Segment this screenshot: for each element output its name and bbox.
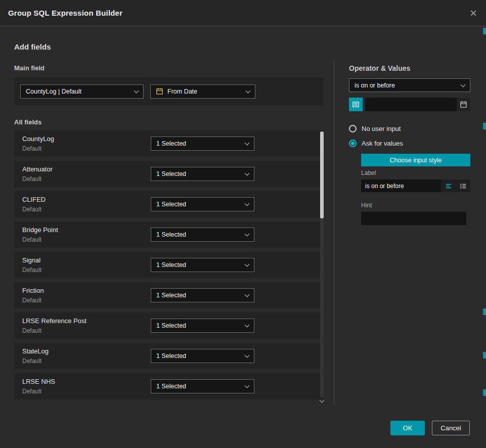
date-input-mode-button[interactable] [349, 98, 363, 111]
calendar-icon [460, 101, 467, 108]
cancel-button[interactable]: Cancel [432, 421, 470, 435]
chevron-down-icon [245, 201, 250, 206]
list-style-button[interactable] [456, 180, 470, 192]
chevron-down-icon [245, 383, 250, 388]
field-selection-value: 1 Selected [156, 352, 186, 360]
radio-no-user-input-label: No user input [362, 125, 401, 132]
dialog-titlebar: Group SQL Expression Builder × [0, 0, 486, 26]
label-input[interactable] [361, 180, 441, 192]
dialog-title: Group SQL Expression Builder [8, 9, 122, 17]
field-sublabel: Default [22, 327, 41, 334]
right-edge-artifact [483, 28, 486, 34]
main-field-label: Main field [14, 64, 45, 72]
field-name: Bridge Point [22, 226, 58, 234]
right-edge-artifact [483, 308, 486, 315]
ok-button[interactable]: OK [390, 421, 425, 435]
field-selection-value: 1 Selected [156, 231, 186, 238]
field-sublabel: Default [22, 206, 41, 213]
chevron-down-icon [245, 323, 250, 328]
date-picker-button[interactable] [457, 98, 470, 111]
choose-input-style-button[interactable]: Choose input style [361, 154, 470, 166]
close-icon[interactable]: × [470, 7, 477, 19]
field-sublabel: Default [22, 175, 41, 183]
all-fields-label: All fields [14, 118, 41, 126]
radio-no-user-input[interactable]: No user input [349, 124, 401, 133]
date-value-row [349, 98, 470, 111]
field-name: CountyLog [22, 135, 54, 143]
field-row: LRSE NHS Default 1 Selected [14, 373, 324, 399]
chevron-down-icon [245, 262, 250, 267]
field-name: Friction [22, 287, 44, 294]
scrollbar[interactable] [320, 131, 324, 397]
field-row: Friction Default 1 Selected [14, 282, 324, 308]
chevron-down-icon [245, 353, 250, 358]
date-value-field [365, 98, 470, 111]
scrollbar-thumb[interactable] [320, 131, 324, 218]
field-selection-dropdown[interactable]: 1 Selected [151, 137, 254, 151]
right-edge-artifact [483, 389, 486, 396]
radio-ask-for-values[interactable]: Ask for values [349, 139, 403, 148]
single-line-style-button[interactable] [441, 180, 456, 192]
field-selection-dropdown[interactable]: 1 Selected [151, 167, 254, 181]
chevron-down-icon [245, 141, 250, 146]
field-row: Signal Default 1 Selected [14, 252, 324, 278]
date-value-input[interactable] [365, 98, 457, 111]
radio-ask-for-values-label: Ask for values [362, 140, 403, 147]
layer-select-value: CountyLog | Default [26, 88, 81, 95]
field-row: Bridge Point Default 1 Selected [14, 221, 324, 248]
chevron-down-icon [461, 82, 466, 87]
operator-dropdown[interactable]: is on or before [349, 78, 470, 92]
field-name: LRSE NHS [22, 378, 55, 385]
scroll-down-icon[interactable] [319, 400, 324, 405]
field-selection-dropdown[interactable]: 1 Selected [151, 197, 254, 211]
field-name: CLIFED [22, 196, 46, 203]
main-date-field-dropdown[interactable]: From Date [150, 84, 255, 99]
field-sublabel: Default [22, 297, 41, 304]
main-field-panel: CountyLog | Default From Date [14, 77, 324, 105]
field-mode-icon [352, 101, 360, 108]
field-selection-value: 1 Selected [156, 322, 186, 329]
field-row: CountyLog Default 1 Selected [14, 130, 324, 157]
column-divider [334, 61, 334, 406]
field-row: LRSE Reference Post Default 1 Selected [14, 312, 324, 339]
field-sublabel: Default [22, 266, 41, 274]
right-edge-artifact [483, 123, 486, 129]
field-sublabel: Default [22, 145, 41, 152]
field-selection-value: 1 Selected [156, 140, 186, 147]
field-selection-dropdown[interactable]: 1 Selected [151, 319, 254, 333]
field-selection-dropdown[interactable]: 1 Selected [151, 379, 254, 393]
field-selection-dropdown[interactable]: 1 Selected [151, 228, 254, 242]
field-name: LRSE Reference Post [22, 317, 86, 325]
radio-unselected-icon [349, 125, 357, 132]
main-date-field-value: From Date [167, 88, 197, 95]
operator-value: is on or before [355, 82, 395, 89]
chevron-down-icon [134, 88, 139, 93]
field-selection-value: 1 Selected [156, 292, 186, 299]
all-fields-list: CountyLog Default 1 Selected Attenuator … [14, 130, 324, 404]
field-selection-value: 1 Selected [156, 383, 186, 390]
field-selection-dropdown[interactable]: 1 Selected [151, 288, 254, 302]
radio-selected-icon [349, 140, 357, 147]
field-row: Attenuator Default 1 Selected [14, 161, 324, 187]
list-icon [460, 183, 467, 190]
hint-caption: Hint [361, 202, 372, 209]
field-selection-value: 1 Selected [156, 201, 186, 208]
label-caption: Label [361, 169, 376, 176]
hint-input[interactable] [361, 212, 466, 225]
field-sublabel: Default [22, 388, 41, 395]
field-name: StateLog [22, 347, 49, 355]
chevron-down-icon [246, 88, 251, 93]
chevron-down-icon [245, 292, 250, 297]
field-selection-dropdown[interactable]: 1 Selected [151, 349, 254, 363]
field-sublabel: Default [22, 357, 41, 365]
layer-select-dropdown[interactable]: CountyLog | Default [20, 84, 144, 99]
label-input-row [361, 180, 470, 192]
field-sublabel: Default [22, 236, 41, 243]
add-fields-heading: Add fields [14, 42, 51, 51]
field-selection-value: 1 Selected [156, 170, 186, 177]
chevron-down-icon [245, 232, 250, 237]
field-row: CLIFED Default 1 Selected [14, 191, 324, 217]
field-name: Signal [22, 256, 40, 264]
group-sql-expression-builder-dialog: Group SQL Expression Builder × Add field… [0, 0, 486, 448]
field-selection-dropdown[interactable]: 1 Selected [151, 258, 254, 272]
